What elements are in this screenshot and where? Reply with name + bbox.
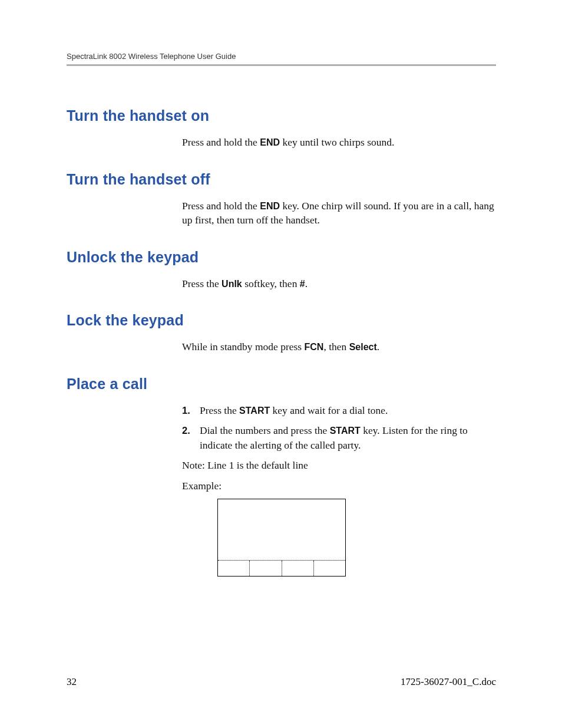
key-end: END [260,137,280,147]
phone-display-screen [218,499,345,561]
softkey-2 [250,561,282,576]
text: Press and hold the [182,136,260,148]
phone-display-example [217,499,346,577]
step-1: Press the START key and wait for a dial … [182,403,496,418]
section-body-lock: While in standby mode press FCN, then Se… [182,340,496,354]
text: While in standby mode press [182,341,305,353]
key-hash: # [300,279,305,289]
text: Dial the numbers and press the [200,424,330,436]
text: , then [323,341,349,353]
doc-id: 1725-36027-001_C.doc [401,676,496,688]
softkey-4 [314,561,345,576]
key-start: START [239,406,270,416]
section-heading-unlock: Unlock the keypad [67,249,496,266]
note-line: Note: Line 1 is the default line [182,458,496,473]
header-rule [67,64,496,66]
key-select: Select [349,342,377,352]
softkey-1 [218,561,250,576]
section-body-unlock: Press the Unlk softkey, then #. [182,276,496,291]
softkey-3 [282,561,314,576]
page-number: 32 [67,676,77,688]
section-heading-turn-off: Turn the handset off [67,171,496,188]
section-heading-turn-on: Turn the handset on [67,107,496,124]
text: . [377,341,379,353]
text: softkey, then [242,278,300,289]
section-body-place-call: Press the START key and wait for a dial … [182,403,496,577]
page-footer: 32 1725-36027-001_C.doc [67,676,496,688]
section-body-turn-on: Press and hold the END key until two chi… [182,135,496,150]
key-start: START [330,426,361,436]
text: Press the [200,404,239,416]
text: Press the [182,278,222,289]
text: Press and hold the [182,200,260,212]
section-body-turn-off: Press and hold the END key. One chirp wi… [182,199,496,228]
example-label: Example: [182,479,496,493]
key-unlk: Unlk [222,279,242,289]
phone-softkey-row [218,561,345,576]
section-heading-place-call: Place a call [67,375,496,393]
text: . [305,278,308,289]
text: key until two chirps sound. [280,136,394,148]
steps-list: Press the START key and wait for a dial … [182,403,496,453]
key-end: END [260,201,280,211]
step-2: Dial the numbers and press the START key… [182,423,496,452]
section-heading-lock: Lock the keypad [67,312,496,329]
text: key and wait for a dial tone. [270,404,388,416]
running-header: SpectraLink 8002 Wireless Telephone User… [67,52,496,64]
key-fcn: FCN [305,342,324,352]
